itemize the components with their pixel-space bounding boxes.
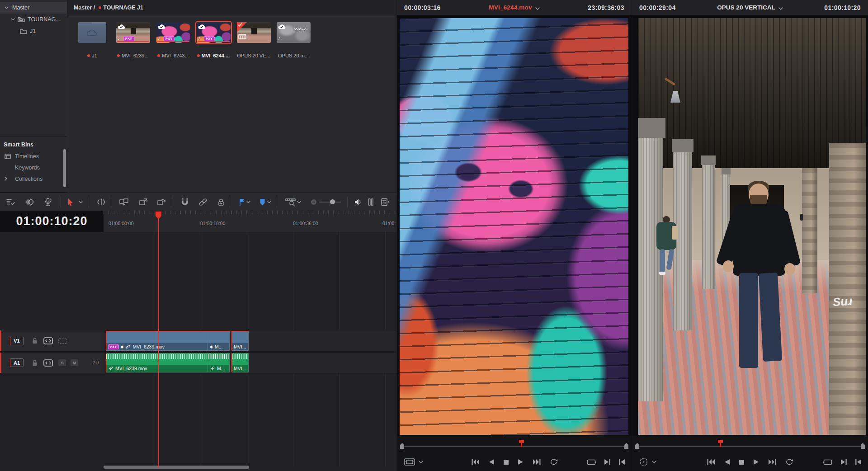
timeline-scrub-bar[interactable]	[637, 446, 863, 447]
stop-button[interactable]	[739, 459, 745, 465]
breadcrumb-root[interactable]: Master /	[74, 5, 95, 11]
snapping-magnet-button[interactable]	[179, 193, 191, 211]
cloud-folder-icon	[20, 28, 27, 34]
timeline-timecode-display[interactable]: 01:00:10:20	[0, 211, 104, 232]
source-video-area[interactable]	[400, 18, 628, 435]
playhead-line[interactable]	[158, 212, 159, 468]
go-to-last-frame-button[interactable]	[768, 459, 777, 465]
source-clip-name-dropdown[interactable]: MVI_6244.mov	[489, 4, 539, 12]
ruler-label: 01:00:	[382, 221, 396, 226]
proxy-badge: PXY	[108, 344, 119, 349]
zoom-out-button[interactable]	[307, 193, 320, 211]
timeline-clip-video-3[interactable]: MVI...	[231, 331, 249, 351]
loop-range-button[interactable]	[823, 459, 833, 466]
play-reverse-button[interactable]	[724, 459, 730, 465]
out-point-handle[interactable]	[624, 443, 628, 449]
insert-clip-button[interactable]	[118, 193, 130, 211]
smart-bin-timelines[interactable]: Timelines	[0, 151, 67, 162]
loop-range-button[interactable]	[586, 459, 596, 466]
selection-mode-button[interactable]	[64, 193, 77, 211]
timeline-ruler[interactable]: 01:00:00:00 01:00:18:00 01:00:36:00 01:0…	[104, 211, 396, 232]
next-edit-button[interactable]	[604, 459, 611, 465]
source-viewer-header: 00:00:03:16 MVI_6244.mov 23:09:36:03	[397, 0, 632, 15]
go-to-first-frame-button[interactable]	[707, 459, 715, 465]
media-clip-opus-20-audio[interactable]: ♪ OPUS 20.m...	[277, 22, 311, 43]
source-duration[interactable]: 00:00:03:16	[404, 4, 441, 11]
voiceover-mic-button[interactable]	[42, 193, 54, 211]
lock-icon[interactable]	[32, 337, 38, 344]
position-lock-button[interactable]	[215, 193, 227, 211]
breadcrumb[interactable]: Master / TOURNAGE J1	[67, 0, 396, 15]
cloud-check-icon	[278, 23, 286, 31]
out-point-handle[interactable]	[861, 443, 865, 449]
timeline-clip-video-2[interactable]: ◆ M...	[208, 331, 230, 351]
previous-edit-button[interactable]	[855, 459, 862, 465]
in-point-handle[interactable]	[635, 443, 639, 449]
media-clip-opus-20-vertical[interactable]: OPUS 20 VE...	[237, 22, 271, 43]
previous-edit-button[interactable]	[618, 459, 625, 465]
bin-scrollbar[interactable]	[63, 149, 66, 187]
track-badge-a1[interactable]: A1	[10, 358, 24, 367]
trim-edit-mode-button[interactable]	[95, 193, 108, 211]
go-to-first-frame-button[interactable]	[471, 459, 480, 465]
bin-tree-item-master[interactable]: Master	[0, 2, 67, 14]
zoom-slider-handle[interactable]	[330, 199, 335, 204]
breadcrumb-current[interactable]: TOURNAGE J1	[103, 5, 143, 11]
replace-clip-button[interactable]	[155, 193, 168, 211]
timeline-video-area[interactable]: Suɹ	[638, 18, 866, 435]
auto-select-icon[interactable]	[43, 337, 53, 344]
loop-button[interactable]	[785, 458, 793, 466]
marker-color-chevron[interactable]	[266, 193, 272, 211]
media-clip-mvi-6239[interactable]: ♪ PXY MVI_6239...	[116, 22, 150, 43]
source-viewer	[397, 15, 632, 471]
mixer-panel-button[interactable]	[379, 193, 392, 211]
media-clip-folder-j1[interactable]: J1	[78, 22, 106, 43]
lock-icon[interactable]	[32, 359, 38, 367]
play-button[interactable]	[518, 459, 524, 465]
record-duration[interactable]: 00:00:29:04	[639, 4, 676, 11]
dim-audio-button[interactable]	[364, 193, 377, 211]
timeline-horizontal-scrollbar[interactable]	[104, 466, 249, 469]
timeline-body[interactable]: V1 PXY ◆ MVI_6239.mov ◆	[0, 232, 396, 471]
chevron-down-icon[interactable]	[535, 4, 540, 12]
in-point-handle[interactable]	[400, 443, 404, 449]
mute-button[interactable]: M	[71, 359, 78, 366]
next-edit-button[interactable]	[840, 459, 847, 465]
smart-bin-collections[interactable]: Collections	[0, 173, 67, 184]
auto-select-icon[interactable]	[43, 359, 53, 367]
source-scrub-bar[interactable]	[401, 446, 627, 447]
video-track-header[interactable]: V1	[0, 330, 104, 351]
audio-monitor-button[interactable]	[352, 193, 364, 211]
selection-mode-chevron[interactable]	[78, 193, 83, 211]
link-clips-button[interactable]	[197, 193, 209, 211]
clip-name: MVI_6239.mov	[132, 344, 165, 349]
timeline-clip-audio-3[interactable]: MVI...	[231, 353, 249, 372]
play-reverse-button[interactable]	[488, 459, 495, 465]
zoom-preset-chevron[interactable]	[296, 193, 302, 211]
channel-format: 2.0	[93, 360, 99, 365]
play-button[interactable]	[753, 459, 760, 465]
go-to-last-frame-button[interactable]	[533, 459, 541, 465]
loop-button[interactable]	[550, 458, 558, 466]
custom-zoom-button[interactable]	[284, 193, 297, 211]
timeline-clip-audio-2[interactable]: M...	[208, 353, 230, 372]
smart-bin-keywords[interactable]: Keywords	[0, 162, 67, 173]
timeline-name-dropdown[interactable]: OPUS 20 VERTICAL	[717, 4, 783, 12]
audio-track-header[interactable]: A1 S M 2.0	[0, 353, 104, 373]
bin-tree-item-tournage[interactable]: TOURNAG...	[0, 14, 67, 25]
empty-frame-icon[interactable]	[58, 338, 67, 344]
stop-button[interactable]	[503, 459, 509, 465]
timeline-view-options-button[interactable]	[4, 193, 17, 211]
chevron-down-icon[interactable]	[778, 4, 783, 12]
flag-color-chevron[interactable]	[245, 193, 251, 211]
media-clip-mvi-6244-selected[interactable]: ♪ PXY MVI_6244....	[197, 22, 231, 43]
bin-tree-item-j1[interactable]: J1	[0, 25, 67, 37]
solo-button[interactable]: S	[58, 359, 66, 366]
source-timecode[interactable]: 23:09:36:03	[588, 4, 624, 11]
effects-button[interactable]	[24, 193, 36, 211]
overwrite-clip-button[interactable]	[137, 193, 150, 211]
track-badge-v1[interactable]: V1	[10, 337, 24, 345]
record-timecode[interactable]: 01:00:10:20	[824, 4, 861, 11]
timeline-transport	[632, 436, 868, 471]
media-clip-mvi-6243[interactable]: ♪ PXY MVI_6243...	[156, 22, 190, 43]
